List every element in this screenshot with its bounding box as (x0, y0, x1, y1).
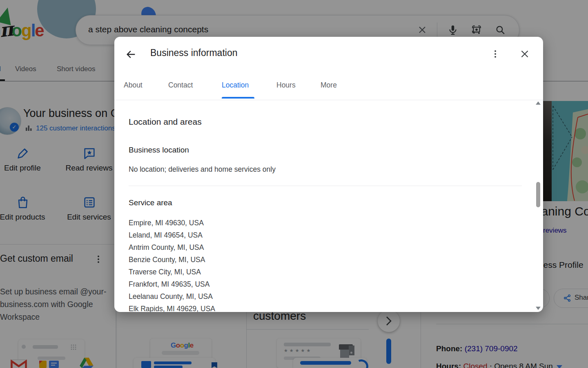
service-area-item: Antrim County, MI, USA (129, 241, 496, 254)
service-area-item: Empire, MI 49630, USA (129, 217, 496, 229)
service-area-item: Elk Rapids, MI 49629, USA (129, 303, 496, 312)
scrollbar-thumb[interactable] (536, 182, 540, 207)
service-area-item: Benzie County, MI, USA (129, 254, 496, 266)
modal-divider (129, 186, 522, 186)
screen: Gπogle a step above cleaning concepts (0, 0, 588, 368)
tab-about[interactable]: About (124, 81, 143, 90)
tab-more[interactable]: More (321, 81, 337, 90)
service-area-list: Empire, MI 49630, USA Leland, MI 49654, … (129, 217, 496, 312)
tab-hours[interactable]: Hours (276, 81, 296, 90)
service-area-heading: Service area (129, 198, 172, 207)
scrollbar-down-arrow[interactable] (536, 307, 541, 310)
business-location-heading: Business location (129, 146, 189, 155)
service-area-item: Leelanau County, MI, USA (129, 290, 496, 303)
dialog-title: Business information (150, 47, 238, 58)
business-information-dialog: Business information About Contact Locat… (114, 37, 543, 312)
service-area-item: Frankfort, MI 49635, USA (129, 278, 496, 290)
service-area-item: Traverse City, MI, USA (129, 266, 496, 278)
tab-location[interactable]: Location (222, 81, 249, 90)
back-button[interactable] (125, 49, 137, 60)
tab-contact[interactable]: Contact (168, 81, 193, 90)
active-tab-underline (222, 97, 254, 99)
close-button[interactable] (519, 49, 530, 59)
no-location-text: No location; deliveries and home service… (129, 165, 276, 174)
dialog-menu-button[interactable] (493, 49, 497, 59)
scrollbar-up-arrow[interactable] (536, 101, 541, 105)
tabs-bottom-border (114, 100, 543, 100)
section-heading: Location and areas (129, 117, 202, 127)
service-area-item: Leland, MI 49654, USA (129, 229, 496, 241)
